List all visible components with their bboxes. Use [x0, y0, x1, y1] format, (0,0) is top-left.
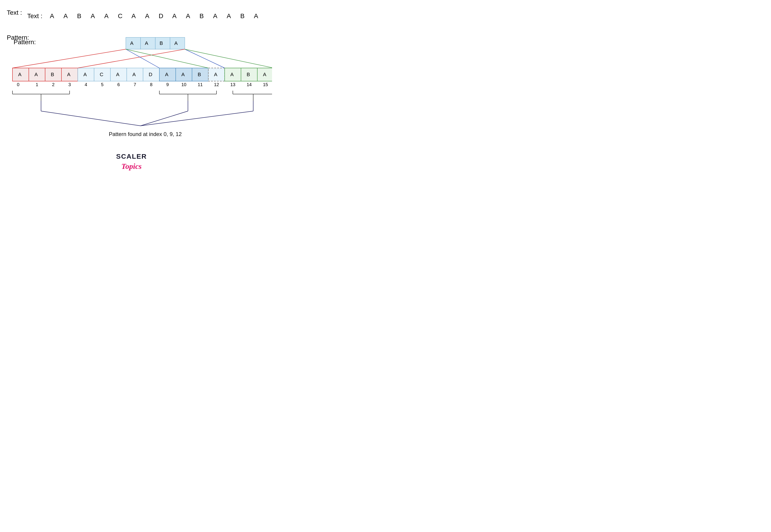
pattern-row: Pattern: — [7, 34, 34, 41]
svg-line-78 — [185, 49, 272, 68]
svg-text:6: 6 — [117, 82, 120, 87]
svg-text:B: B — [198, 72, 201, 77]
svg-text:A: A — [67, 72, 71, 77]
svg-text:B: B — [160, 40, 163, 46]
svg-text:D: D — [149, 72, 152, 77]
svg-text:5: 5 — [101, 82, 103, 87]
svg-rect-19 — [141, 37, 155, 49]
svg-line-75 — [126, 49, 159, 68]
svg-text:D: D — [159, 12, 163, 19]
svg-text:7: 7 — [134, 82, 136, 87]
svg-text:A: A — [34, 72, 38, 77]
svg-text:A: A — [186, 12, 190, 19]
svg-text:A: A — [165, 72, 168, 77]
svg-rect-25 — [12, 68, 29, 81]
svg-text:A: A — [172, 12, 177, 19]
text-row: Text : — [7, 9, 27, 16]
svg-text:A: A — [18, 72, 22, 77]
svg-text:3: 3 — [68, 82, 71, 87]
svg-text:2: 2 — [52, 82, 54, 87]
svg-text:A: A — [181, 72, 185, 77]
svg-text:1: 1 — [36, 82, 38, 87]
svg-line-74 — [78, 49, 185, 68]
svg-text:14: 14 — [247, 82, 252, 87]
svg-line-73 — [12, 49, 126, 68]
svg-text:12: 12 — [214, 82, 219, 87]
svg-text:13: 13 — [230, 82, 235, 87]
svg-text:A: A — [63, 12, 68, 19]
svg-text:B: B — [199, 12, 204, 19]
svg-text:A: A — [254, 12, 258, 19]
text-label: Text : — [7, 9, 22, 16]
svg-rect-23 — [170, 37, 185, 49]
svg-text:A: A — [230, 72, 234, 77]
svg-rect-27 — [29, 68, 45, 81]
svg-text:4: 4 — [85, 82, 87, 87]
svg-text:11: 11 — [198, 82, 203, 87]
svg-text:C: C — [100, 72, 103, 77]
svg-rect-41 — [143, 68, 159, 81]
svg-text:B: B — [247, 72, 250, 77]
svg-text:A: A — [116, 72, 119, 77]
svg-text:A: A — [91, 12, 95, 19]
diagram-svg: Text : A A B A A C A A D A A B A A B A P… — [0, 0, 272, 188]
svg-text:A: A — [227, 12, 231, 19]
svg-text:A: A — [104, 12, 109, 19]
svg-rect-49 — [208, 68, 225, 81]
svg-rect-31 — [61, 68, 78, 81]
svg-text:A: A — [145, 12, 149, 19]
svg-rect-35 — [94, 68, 110, 81]
svg-rect-51 — [225, 68, 241, 81]
svg-text:A: A — [214, 72, 217, 77]
svg-line-94 — [141, 111, 188, 126]
svg-text:A: A — [131, 12, 136, 19]
svg-text:Topics: Topics — [121, 162, 141, 170]
svg-text:8: 8 — [150, 82, 152, 87]
svg-text:Pattern found at index 0, 9, 1: Pattern found at index 0, 9, 12 — [109, 131, 182, 137]
svg-text:A: A — [132, 72, 136, 77]
svg-text:9: 9 — [166, 82, 169, 87]
svg-text:A: A — [145, 40, 148, 46]
svg-rect-39 — [127, 68, 143, 81]
svg-text:A: A — [213, 12, 217, 19]
svg-rect-43 — [159, 68, 176, 81]
svg-text:A: A — [83, 72, 87, 77]
svg-text:A: A — [174, 40, 178, 46]
svg-text:A: A — [263, 72, 266, 77]
svg-line-77 — [126, 49, 208, 68]
svg-rect-33 — [78, 68, 94, 81]
main-container: Text : Pattern: Text : A A B A A C A A D… — [0, 0, 272, 188]
svg-rect-47 — [192, 68, 208, 81]
svg-rect-55 — [257, 68, 272, 81]
svg-rect-37 — [110, 68, 127, 81]
svg-rect-45 — [176, 68, 192, 81]
svg-text:15: 15 — [263, 82, 268, 87]
pattern-label: Pattern: — [7, 34, 29, 41]
svg-text:C: C — [118, 12, 122, 19]
svg-rect-53 — [241, 68, 257, 81]
svg-rect-21 — [155, 37, 170, 49]
svg-line-96 — [141, 111, 253, 126]
svg-line-76 — [185, 49, 225, 68]
svg-text:B: B — [77, 12, 81, 19]
svg-text:A: A — [130, 40, 134, 46]
svg-rect-29 — [45, 68, 61, 81]
svg-text:A: A — [50, 12, 54, 19]
text-label-svg: Text : — [27, 12, 42, 19]
svg-text:0: 0 — [17, 82, 19, 87]
svg-text:B: B — [240, 12, 245, 19]
svg-text:B: B — [51, 72, 54, 77]
svg-text:SCALER: SCALER — [116, 153, 147, 160]
svg-line-93 — [41, 111, 141, 126]
svg-text:10: 10 — [181, 82, 186, 87]
svg-rect-17 — [126, 37, 141, 49]
